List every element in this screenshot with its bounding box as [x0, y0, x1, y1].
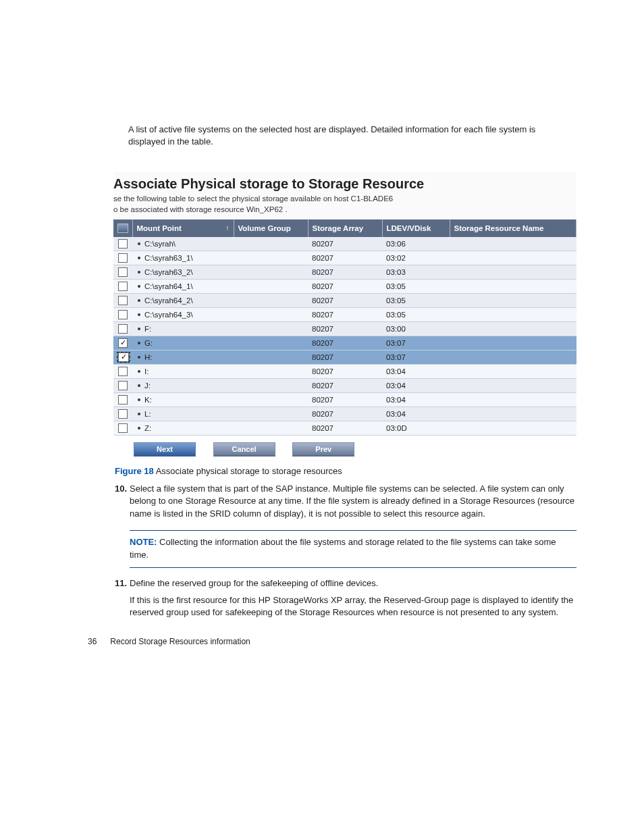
cell-storage-resource-name — [450, 279, 576, 293]
col-storage-resource-name[interactable]: Storage Resource Name — [450, 219, 576, 237]
next-button[interactable]: Next — [134, 442, 196, 457]
cell-mount-point: K: — [132, 392, 234, 407]
cell-storage-resource-name — [450, 265, 576, 279]
cell-mount-point: C:\syrah\ — [132, 237, 234, 251]
row-checkbox[interactable] — [113, 307, 132, 321]
row-checkbox[interactable] — [113, 279, 132, 293]
row-checkbox[interactable] — [113, 321, 132, 336]
cell-storage-array: 80207 — [308, 279, 382, 293]
row-checkbox[interactable] — [113, 364, 132, 378]
cell-ldev-vdisk: 03:04 — [382, 407, 450, 421]
checkbox-icon — [118, 409, 128, 419]
checkbox-icon — [118, 267, 128, 277]
bullet-icon — [138, 427, 140, 429]
screenshot-subtitle: se the following table to select the phy… — [113, 193, 576, 219]
table-row[interactable]: G:8020703:07 — [113, 336, 576, 350]
row-checkbox[interactable] — [113, 421, 132, 435]
cell-storage-array: 80207 — [308, 392, 382, 407]
table-row[interactable]: C:\syrah63_2\8020703:03 — [113, 265, 576, 279]
cell-ldev-vdisk: 03:0D — [382, 421, 450, 435]
col-storage-array[interactable]: Storage Array — [308, 219, 382, 237]
cell-volume-group — [234, 407, 308, 421]
bullet-icon — [138, 285, 140, 288]
table-row[interactable]: K:8020703:04 — [113, 392, 576, 407]
cell-ldev-vdisk: 03:04 — [382, 364, 450, 378]
table-row[interactable]: C:\syrah64_3\8020703:05 — [113, 307, 576, 321]
cell-storage-array: 80207 — [308, 237, 382, 251]
table-header-row: Mount Point↑ Volume Group Storage Array … — [113, 219, 576, 237]
cell-volume-group — [234, 392, 308, 407]
cell-volume-group — [234, 421, 308, 435]
checkbox-icon — [118, 282, 128, 291]
chapter-title: Record Storage Resources information — [110, 637, 250, 646]
cell-mount-point: C:\syrah64_3\ — [132, 307, 234, 321]
cell-volume-group — [234, 279, 308, 293]
cell-volume-group — [234, 350, 308, 364]
col-volume-group[interactable]: Volume Group — [234, 219, 308, 237]
cell-ldev-vdisk: 03:00 — [382, 321, 450, 336]
checkbox-icon — [118, 423, 128, 433]
bullet-icon — [138, 313, 140, 316]
checkbox-icon — [118, 353, 129, 362]
cell-volume-group — [234, 237, 308, 251]
cell-storage-resource-name — [450, 421, 576, 435]
table-row[interactable]: C:\syrah63_1\8020703:02 — [113, 251, 576, 265]
cell-storage-resource-name — [450, 251, 576, 265]
cell-ldev-vdisk: 03:03 — [382, 265, 450, 279]
cell-storage-array: 80207 — [308, 407, 382, 421]
cell-volume-group — [234, 307, 308, 321]
prev-button[interactable]: Prev — [292, 442, 354, 457]
row-checkbox[interactable] — [113, 378, 132, 392]
bullet-icon — [138, 413, 140, 415]
cell-storage-resource-name — [450, 293, 576, 307]
cell-storage-array: 80207 — [308, 336, 382, 350]
row-checkbox[interactable] — [113, 237, 132, 251]
row-checkbox[interactable] — [113, 350, 132, 364]
cell-mount-point: J: — [132, 378, 234, 392]
row-checkbox[interactable] — [113, 392, 132, 407]
row-checkbox[interactable] — [113, 407, 132, 421]
checkbox-icon — [118, 367, 128, 376]
checkbox-icon — [118, 239, 128, 249]
cancel-button[interactable]: Cancel — [213, 442, 275, 457]
cell-ldev-vdisk: 03:05 — [382, 279, 450, 293]
table-row[interactable]: H:8020703:07 — [113, 350, 576, 364]
table-row[interactable]: C:\syrah\8020703:06 — [113, 237, 576, 251]
checkbox-icon — [118, 253, 128, 263]
col-mount-point[interactable]: Mount Point↑ — [132, 219, 234, 237]
row-checkbox[interactable] — [113, 251, 132, 265]
wizard-buttons: Next Cancel Prev — [113, 436, 576, 459]
cell-mount-point: L: — [132, 407, 234, 421]
row-checkbox[interactable] — [113, 336, 132, 350]
cell-storage-array: 80207 — [308, 321, 382, 336]
checkbox-icon — [118, 338, 128, 348]
cell-mount-point: C:\syrah64_1\ — [132, 279, 234, 293]
cell-storage-resource-name — [450, 378, 576, 392]
sort-asc-icon: ↑ — [226, 224, 230, 232]
table-row[interactable]: Z:8020703:0D — [113, 421, 576, 435]
row-checkbox[interactable] — [113, 265, 132, 279]
table-row[interactable]: F:8020703:00 — [113, 321, 576, 336]
cell-ldev-vdisk: 03:02 — [382, 251, 450, 265]
cell-mount-point: C:\syrah64_2\ — [132, 293, 234, 307]
cell-mount-point: C:\syrah63_1\ — [132, 251, 234, 265]
row-checkbox[interactable] — [113, 293, 132, 307]
cell-storage-resource-name — [450, 307, 576, 321]
table-row[interactable]: J:8020703:04 — [113, 378, 576, 392]
table-row[interactable]: I:8020703:04 — [113, 364, 576, 378]
step-10: 10. Select a file system that is part of… — [115, 483, 576, 521]
cell-ldev-vdisk: 03:04 — [382, 378, 450, 392]
storage-table: Mount Point↑ Volume Group Storage Array … — [113, 219, 576, 436]
cell-mount-point: G: — [132, 336, 234, 350]
table-row[interactable]: C:\syrah64_2\8020703:05 — [113, 293, 576, 307]
cell-ldev-vdisk: 03:06 — [382, 237, 450, 251]
table-row[interactable]: L:8020703:04 — [113, 407, 576, 421]
bullet-icon — [138, 342, 140, 344]
col-ldev-vdisk[interactable]: LDEV/VDisk — [382, 219, 450, 237]
cell-storage-resource-name — [450, 336, 576, 350]
cell-storage-array: 80207 — [308, 421, 382, 435]
screenshot-title: Associate Physical storage to Storage Re… — [113, 172, 576, 193]
table-row[interactable]: C:\syrah64_1\8020703:05 — [113, 279, 576, 293]
checkbox-icon — [118, 381, 128, 390]
select-all-header[interactable] — [113, 219, 132, 237]
